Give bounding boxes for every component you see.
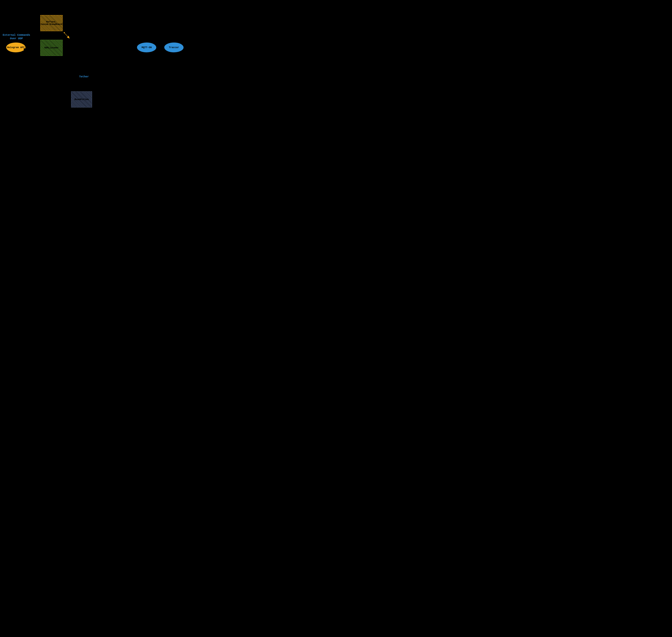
arrows-layer (0, 0, 184, 117)
node-base-station-label: BaseStation (74, 98, 89, 101)
node-udp-listener: UDPListener (40, 40, 62, 56)
node-buttons-breadboard-label: Buttons, Custom breadboard (40, 21, 62, 25)
node-traccar-label: Traccar (169, 46, 179, 49)
node-traccar: Traccar (164, 42, 184, 53)
node-mqtt-sn-label: MQTT-SN (142, 46, 152, 49)
svg-point-0 (64, 32, 65, 33)
node-udp-listener-label: UDPListener (44, 47, 59, 49)
node-hologram-api: Hologram API (6, 42, 26, 53)
label-external-commands: External Commands Over UDP (0, 33, 33, 40)
arrow-buttons-to-target (65, 33, 69, 38)
node-hologram-api-label: Hologram API (7, 46, 24, 49)
hologram-notch (24, 48, 26, 50)
node-mqtt-sn: MQTT-SN (137, 42, 157, 53)
label-tether: Tether (78, 75, 90, 78)
node-buttons-breadboard: Buttons, Custom breadboard (40, 15, 62, 31)
node-base-station: BaseStation (71, 91, 92, 108)
